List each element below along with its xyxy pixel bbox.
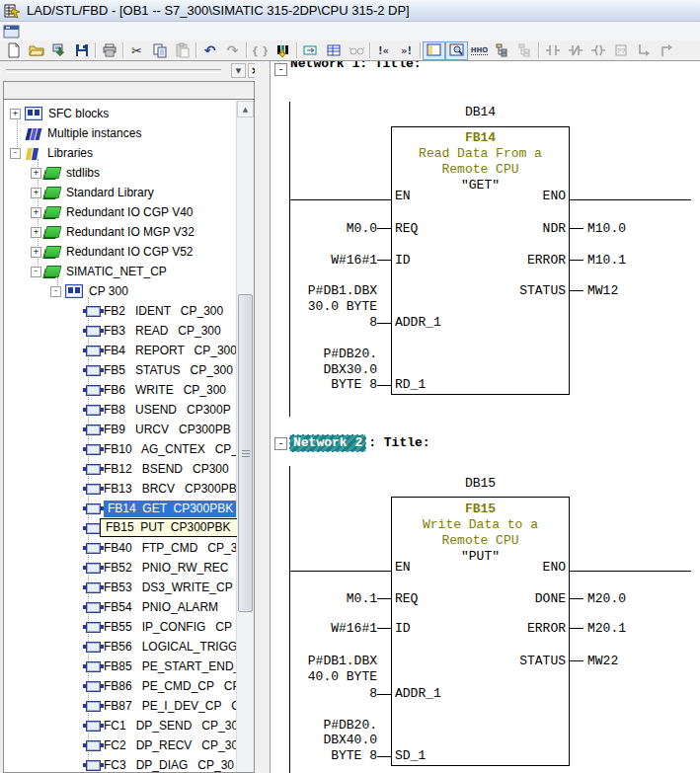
copy-button[interactable] bbox=[148, 41, 171, 60]
menu-item[interactable] bbox=[104, 31, 119, 33]
tree-row[interactable]: FB40 FTP_CMD CP_3 bbox=[4, 538, 237, 558]
param-done[interactable]: DONE bbox=[468, 592, 566, 606]
open-button[interactable] bbox=[25, 41, 47, 60]
network2-collapse-box[interactable]: - bbox=[274, 437, 287, 450]
tree-row[interactable]: FB9 URCV CP300PB bbox=[4, 420, 237, 439]
network1-collapse-box[interactable]: - bbox=[274, 63, 287, 76]
operand-addr1-line1[interactable]: P#DB1.DBX bbox=[276, 284, 377, 298]
tree-row[interactable]: FB4 REPORT CP_300 bbox=[4, 341, 237, 360]
tree-row[interactable]: FB2 IDENT CP_300 bbox=[4, 301, 237, 321]
operand-rd1-line2[interactable]: DBX30.0 bbox=[276, 363, 377, 377]
call-structure-button[interactable]: { } bbox=[249, 41, 272, 60]
download-button[interactable] bbox=[47, 41, 70, 60]
menu-item[interactable] bbox=[88, 31, 104, 33]
tree-row[interactable]: FB8 USEND CP300P bbox=[4, 400, 237, 420]
param-sd1[interactable]: SD_1 bbox=[395, 749, 426, 763]
download-blocks-button[interactable] bbox=[272, 41, 294, 60]
coil-button[interactable] bbox=[586, 41, 609, 60]
param-en[interactable]: EN bbox=[395, 190, 411, 203]
menu-item[interactable] bbox=[40, 31, 56, 33]
tree-row[interactable]: FB12 BSEND CP300 bbox=[4, 459, 237, 479]
tree-row[interactable]: FB87 PE_I_DEV_CP C bbox=[4, 696, 237, 716]
operand-done[interactable]: M20.0 bbox=[587, 592, 626, 606]
operand-addr1-line2[interactable]: 40.0 BYTE bbox=[276, 670, 377, 684]
redo-button[interactable]: ↷ bbox=[221, 41, 244, 60]
operand-status[interactable]: MW12 bbox=[587, 284, 618, 298]
operand-error[interactable]: M20.1 bbox=[587, 622, 626, 636]
tree-row[interactable]: FB13 BRCV CP300PB bbox=[4, 479, 237, 499]
menu-item[interactable] bbox=[25, 31, 40, 33]
operand-addr1-line2[interactable]: 30.0 BYTE bbox=[276, 300, 377, 314]
operand-rd1-line1[interactable]: P#DB20. bbox=[276, 348, 377, 361]
operand-addr1-line3[interactable]: 8 bbox=[276, 316, 377, 330]
tree-row[interactable]: FC1 DP_SEND CP_30 bbox=[4, 716, 237, 735]
prev-error-button[interactable]: !« bbox=[372, 41, 395, 60]
operand-sd1-line1[interactable]: P#DB20. bbox=[276, 719, 377, 733]
scroll-up-button[interactable]: ▲ bbox=[237, 101, 254, 117]
tree-row[interactable]: FB56 LOGICAL_TRIGG bbox=[4, 637, 237, 657]
param-error[interactable]: ERROR bbox=[468, 254, 566, 268]
tree-row[interactable]: FB15 PUT CP300PBK bbox=[4, 518, 237, 538]
tree-row[interactable]: FB10 AG_CNTEX CP_ bbox=[4, 439, 237, 459]
contact-no-button[interactable] bbox=[541, 41, 564, 60]
program-structure-button[interactable] bbox=[491, 41, 513, 60]
tree-row[interactable]: + Redundant IO CGP V40 bbox=[4, 202, 237, 222]
network1-header[interactable]: Network 1: Title: bbox=[290, 61, 422, 72]
tree-row[interactable]: - CP 300 bbox=[4, 281, 237, 301]
reference-data-button[interactable] bbox=[513, 41, 536, 60]
param-eno[interactable]: ENO bbox=[468, 561, 566, 575]
menu-item[interactable] bbox=[72, 31, 88, 33]
expand-toggle[interactable]: + bbox=[31, 168, 41, 179]
expand-toggle[interactable]: + bbox=[31, 247, 41, 258]
tree-scrollbar[interactable]: ▲ bbox=[236, 101, 254, 772]
tree-row[interactable]: + stdlibs bbox=[4, 163, 237, 183]
operand-sd1-line3[interactable]: BYTE 8 bbox=[276, 749, 377, 763]
menu-item[interactable] bbox=[56, 31, 72, 33]
param-ndr[interactable]: NDR bbox=[468, 222, 566, 236]
param-id[interactable]: ID bbox=[395, 622, 411, 636]
contact-nc-button[interactable] bbox=[564, 41, 586, 60]
tree-row[interactable]: + Redundant IO CGP V52 bbox=[4, 242, 237, 262]
tree-row[interactable]: FB55 IP_CONFIG CP bbox=[4, 617, 237, 637]
expand-toggle[interactable]: + bbox=[31, 188, 41, 198]
tree-row[interactable]: FB14 GET CP300PBK bbox=[4, 499, 237, 518]
operand-id[interactable]: W#16#1 bbox=[276, 254, 377, 268]
network2-name-selected[interactable]: Network 2 bbox=[289, 434, 366, 452]
titlebar[interactable]: LAD/STL/FBD - [OB1 -- S7_300\SIMATIC 315… bbox=[0, 0, 700, 22]
expand-toggle[interactable]: - bbox=[50, 286, 61, 297]
tree-row[interactable]: - SIMATIC_NET_CP bbox=[4, 262, 237, 281]
param-addr1[interactable]: ADDR_1 bbox=[395, 687, 441, 701]
expand-toggle[interactable]: + bbox=[10, 109, 21, 119]
tree-row[interactable]: FB52 PNIO_RW_REC bbox=[4, 558, 237, 578]
child-window-icon[interactable] bbox=[3, 25, 21, 39]
tree-row[interactable]: FB6 WRITE CP_300 bbox=[4, 380, 237, 400]
close-branch-button[interactable] bbox=[655, 41, 677, 60]
param-rd1[interactable]: RD_1 bbox=[395, 378, 426, 392]
menu-item[interactable] bbox=[119, 31, 135, 33]
operand-addr1-line1[interactable]: P#DB1.DBX bbox=[276, 655, 377, 668]
tree-row[interactable]: FB3 READ CP_300 bbox=[4, 321, 237, 341]
tree-row[interactable]: FB5 STATUS CP_300 bbox=[4, 360, 237, 380]
instance-db-label[interactable]: DB14 bbox=[391, 106, 570, 119]
open-branch-button[interactable] bbox=[632, 41, 655, 60]
pane-splitter[interactable] bbox=[255, 61, 271, 773]
network2-header[interactable]: Network 2: Title: bbox=[289, 434, 430, 452]
save-button[interactable] bbox=[70, 41, 93, 60]
symbol-table-button[interactable] bbox=[322, 41, 345, 60]
cut-button[interactable]: ✂ bbox=[125, 41, 148, 60]
paste-button[interactable] bbox=[171, 41, 194, 60]
param-status[interactable]: STATUS bbox=[468, 284, 566, 298]
operand-id[interactable]: W#16#1 bbox=[276, 622, 377, 636]
operand-error[interactable]: M10.1 bbox=[587, 254, 626, 268]
toolbar-grip[interactable] bbox=[6, 69, 221, 73]
expand-toggle[interactable]: - bbox=[31, 267, 41, 277]
expand-toggle[interactable]: - bbox=[10, 148, 21, 159]
tree-row[interactable]: + Standard Library bbox=[4, 183, 237, 202]
tree-row[interactable]: FB86 PE_CMD_CP CP bbox=[4, 676, 237, 696]
expand-toggle[interactable]: + bbox=[31, 207, 41, 218]
tree-row[interactable]: FB53 DS3_WRITE_CP bbox=[4, 578, 237, 597]
menu-item[interactable] bbox=[151, 31, 167, 33]
next-error-button[interactable]: »! bbox=[395, 41, 418, 60]
new-button[interactable] bbox=[2, 41, 25, 60]
program-elements-button[interactable] bbox=[299, 41, 322, 60]
